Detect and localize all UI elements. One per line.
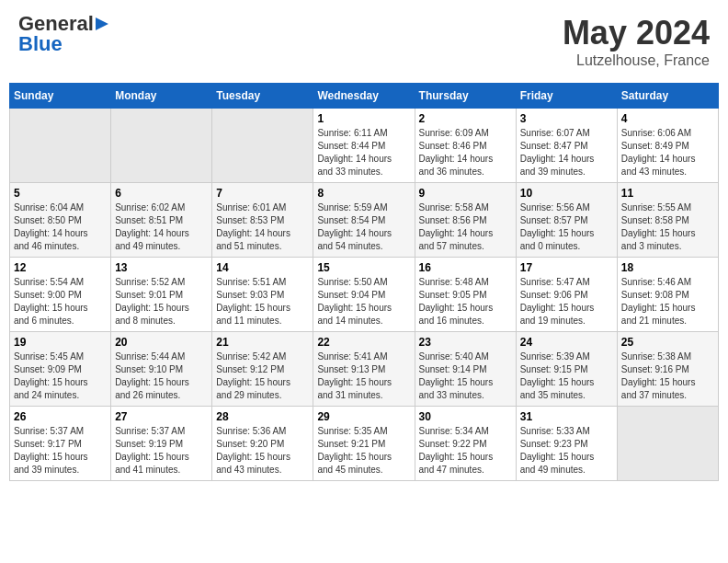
- day-number: 21: [216, 336, 309, 349]
- day-number: 7: [216, 187, 309, 200]
- day-info: Sunrise: 5:52 AM Sunset: 9:01 PM Dayligh…: [115, 276, 208, 327]
- calendar-cell: 15Sunrise: 5:50 AM Sunset: 9:04 PM Dayli…: [313, 258, 415, 332]
- calendar-week-row: 5Sunrise: 6:04 AM Sunset: 8:50 PM Daylig…: [10, 183, 719, 258]
- day-number: 5: [14, 187, 107, 200]
- calendar-cell: 2Sunrise: 6:09 AM Sunset: 8:46 PM Daylig…: [415, 109, 516, 183]
- calendar-cell: 23Sunrise: 5:40 AM Sunset: 9:14 PM Dayli…: [415, 332, 516, 407]
- day-info: Sunrise: 5:41 AM Sunset: 9:13 PM Dayligh…: [317, 350, 410, 402]
- day-info: Sunrise: 5:35 AM Sunset: 9:21 PM Dayligh…: [317, 425, 410, 477]
- calendar-cell: 7Sunrise: 6:01 AM Sunset: 8:53 PM Daylig…: [212, 183, 313, 258]
- day-info: Sunrise: 5:48 AM Sunset: 9:05 PM Dayligh…: [419, 276, 512, 327]
- day-info: Sunrise: 5:39 AM Sunset: 9:15 PM Dayligh…: [520, 350, 613, 402]
- calendar-cell: 16Sunrise: 5:48 AM Sunset: 9:05 PM Dayli…: [415, 258, 516, 332]
- day-info: Sunrise: 5:37 AM Sunset: 9:19 PM Dayligh…: [115, 425, 208, 477]
- calendar-week-row: 26Sunrise: 5:37 AM Sunset: 9:17 PM Dayli…: [10, 407, 719, 481]
- calendar-cell: 8Sunrise: 5:59 AM Sunset: 8:54 PM Daylig…: [313, 183, 415, 258]
- day-info: Sunrise: 6:11 AM Sunset: 8:44 PM Dayligh…: [317, 127, 410, 178]
- calendar-cell: 30Sunrise: 5:34 AM Sunset: 9:22 PM Dayli…: [415, 407, 516, 481]
- day-number: 1: [317, 112, 410, 125]
- day-info: Sunrise: 5:50 AM Sunset: 9:04 PM Dayligh…: [317, 276, 410, 327]
- calendar-cell: [10, 109, 111, 183]
- day-number: 30: [419, 410, 512, 423]
- calendar-cell: 1Sunrise: 6:11 AM Sunset: 8:44 PM Daylig…: [313, 109, 415, 183]
- day-number: 31: [520, 410, 613, 423]
- day-number: 10: [520, 187, 613, 200]
- logo: General Blue: [18, 14, 108, 54]
- day-info: Sunrise: 5:36 AM Sunset: 9:20 PM Dayligh…: [216, 425, 309, 477]
- day-number: 18: [621, 261, 714, 274]
- day-info: Sunrise: 5:55 AM Sunset: 8:58 PM Dayligh…: [621, 201, 714, 253]
- day-number: 25: [621, 336, 714, 349]
- calendar-cell: 6Sunrise: 6:02 AM Sunset: 8:51 PM Daylig…: [111, 183, 212, 258]
- calendar-header-friday: Friday: [516, 84, 617, 109]
- calendar-cell: 11Sunrise: 5:55 AM Sunset: 8:58 PM Dayli…: [617, 183, 718, 258]
- day-info: Sunrise: 5:56 AM Sunset: 8:57 PM Dayligh…: [520, 201, 613, 253]
- day-number: 24: [520, 336, 613, 349]
- day-info: Sunrise: 5:51 AM Sunset: 9:03 PM Dayligh…: [216, 276, 309, 327]
- calendar-cell: 25Sunrise: 5:38 AM Sunset: 9:16 PM Dayli…: [617, 332, 718, 407]
- calendar-header-sunday: Sunday: [10, 84, 111, 109]
- calendar-cell: 13Sunrise: 5:52 AM Sunset: 9:01 PM Dayli…: [111, 258, 212, 332]
- day-number: 27: [115, 410, 208, 423]
- day-info: Sunrise: 5:45 AM Sunset: 9:09 PM Dayligh…: [14, 350, 107, 402]
- day-info: Sunrise: 6:09 AM Sunset: 8:46 PM Dayligh…: [419, 127, 512, 178]
- calendar-cell: 29Sunrise: 5:35 AM Sunset: 9:21 PM Dayli…: [313, 407, 415, 481]
- day-number: 13: [115, 261, 208, 274]
- calendar-cell: 3Sunrise: 6:07 AM Sunset: 8:47 PM Daylig…: [516, 109, 617, 183]
- day-number: 23: [419, 336, 512, 349]
- calendar-cell: 14Sunrise: 5:51 AM Sunset: 9:03 PM Dayli…: [212, 258, 313, 332]
- calendar-cell: 27Sunrise: 5:37 AM Sunset: 9:19 PM Dayli…: [111, 407, 212, 481]
- day-number: 16: [419, 261, 512, 274]
- calendar-table: SundayMondayTuesdayWednesdayThursdayFrid…: [9, 83, 719, 481]
- calendar-cell: [212, 109, 313, 183]
- calendar-header-saturday: Saturday: [617, 84, 718, 109]
- day-info: Sunrise: 5:38 AM Sunset: 9:16 PM Dayligh…: [621, 350, 714, 402]
- day-info: Sunrise: 5:42 AM Sunset: 9:12 PM Dayligh…: [216, 350, 309, 402]
- calendar-cell: 22Sunrise: 5:41 AM Sunset: 9:13 PM Dayli…: [313, 332, 415, 407]
- calendar-cell: 17Sunrise: 5:47 AM Sunset: 9:06 PM Dayli…: [516, 258, 617, 332]
- calendar-week-row: 19Sunrise: 5:45 AM Sunset: 9:09 PM Dayli…: [10, 332, 719, 407]
- calendar-cell: 31Sunrise: 5:33 AM Sunset: 9:23 PM Dayli…: [516, 407, 617, 481]
- calendar-header-wednesday: Wednesday: [313, 84, 415, 109]
- page-header: General Blue May 2024 Lutzelhouse, Franc…: [9, 9, 719, 74]
- day-number: 8: [317, 187, 410, 200]
- day-info: Sunrise: 6:07 AM Sunset: 8:47 PM Dayligh…: [520, 127, 613, 178]
- calendar-cell: 5Sunrise: 6:04 AM Sunset: 8:50 PM Daylig…: [10, 183, 111, 258]
- day-number: 17: [520, 261, 613, 274]
- calendar-cell: 18Sunrise: 5:46 AM Sunset: 9:08 PM Dayli…: [617, 258, 718, 332]
- day-info: Sunrise: 5:40 AM Sunset: 9:14 PM Dayligh…: [419, 350, 512, 402]
- calendar-week-row: 1Sunrise: 6:11 AM Sunset: 8:44 PM Daylig…: [10, 109, 719, 183]
- logo-blue-text: Blue: [18, 34, 63, 54]
- day-info: Sunrise: 6:06 AM Sunset: 8:49 PM Dayligh…: [621, 127, 714, 178]
- day-number: 20: [115, 336, 208, 349]
- calendar-cell: 24Sunrise: 5:39 AM Sunset: 9:15 PM Dayli…: [516, 332, 617, 407]
- day-number: 15: [317, 261, 410, 274]
- day-info: Sunrise: 5:34 AM Sunset: 9:22 PM Dayligh…: [419, 425, 512, 477]
- day-number: 28: [216, 410, 309, 423]
- calendar-header-monday: Monday: [111, 84, 212, 109]
- calendar-week-row: 12Sunrise: 5:54 AM Sunset: 9:00 PM Dayli…: [10, 258, 719, 332]
- day-info: Sunrise: 6:04 AM Sunset: 8:50 PM Dayligh…: [14, 201, 107, 253]
- day-number: 19: [14, 336, 107, 349]
- day-number: 12: [14, 261, 107, 274]
- calendar-header-thursday: Thursday: [415, 84, 516, 109]
- title-block: May 2024 Lutzelhouse, France: [563, 14, 710, 69]
- calendar-cell: [111, 109, 212, 183]
- day-info: Sunrise: 5:59 AM Sunset: 8:54 PM Dayligh…: [317, 201, 410, 253]
- day-number: 3: [520, 112, 613, 125]
- location-title: Lutzelhouse, France: [563, 52, 710, 69]
- day-number: 29: [317, 410, 410, 423]
- month-title: May 2024: [563, 14, 710, 52]
- day-info: Sunrise: 5:44 AM Sunset: 9:10 PM Dayligh…: [115, 350, 208, 402]
- calendar-header: SundayMondayTuesdayWednesdayThursdayFrid…: [10, 84, 719, 109]
- calendar-cell: 26Sunrise: 5:37 AM Sunset: 9:17 PM Dayli…: [10, 407, 111, 481]
- day-info: Sunrise: 5:33 AM Sunset: 9:23 PM Dayligh…: [520, 425, 613, 477]
- logo-general-text: General: [18, 14, 94, 34]
- calendar-cell: 9Sunrise: 5:58 AM Sunset: 8:56 PM Daylig…: [415, 183, 516, 258]
- day-info: Sunrise: 5:37 AM Sunset: 9:17 PM Dayligh…: [14, 425, 107, 477]
- day-number: 22: [317, 336, 410, 349]
- calendar-cell: 19Sunrise: 5:45 AM Sunset: 9:09 PM Dayli…: [10, 332, 111, 407]
- calendar-cell: 12Sunrise: 5:54 AM Sunset: 9:00 PM Dayli…: [10, 258, 111, 332]
- calendar-cell: 28Sunrise: 5:36 AM Sunset: 9:20 PM Dayli…: [212, 407, 313, 481]
- calendar-cell: 21Sunrise: 5:42 AM Sunset: 9:12 PM Dayli…: [212, 332, 313, 407]
